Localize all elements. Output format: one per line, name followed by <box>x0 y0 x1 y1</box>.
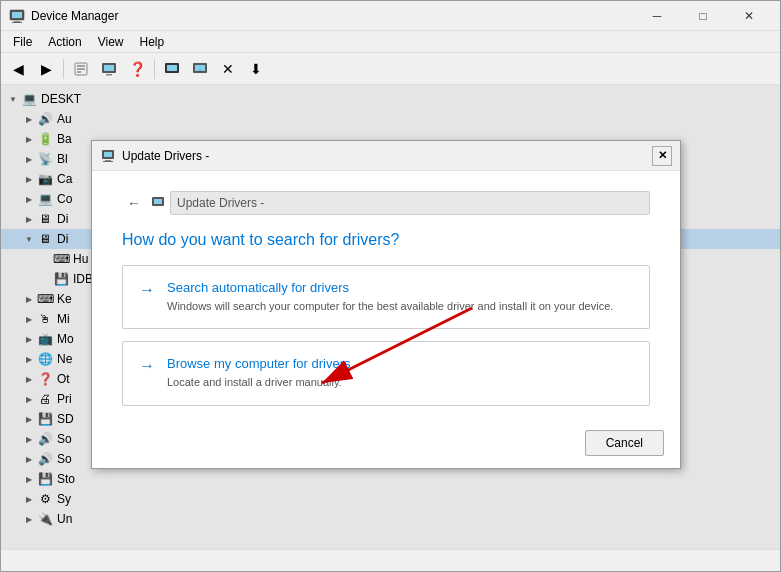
toolbar-separator-1 <box>63 59 64 79</box>
main-window: Device Manager ─ □ ✕ File Action View He… <box>0 0 781 572</box>
close-button[interactable]: ✕ <box>726 1 772 31</box>
menu-view[interactable]: View <box>90 33 132 51</box>
svg-rect-9 <box>104 65 114 71</box>
svg-rect-10 <box>106 74 112 76</box>
update-drivers-dialog: Update Drivers - ✕ ← <box>91 140 681 469</box>
title-bar: Device Manager ─ □ ✕ <box>1 1 780 31</box>
option1-text-block: Search automatically for drivers Windows… <box>167 280 633 314</box>
option2-text-block: Browse my computer for drivers Locate an… <box>167 356 633 390</box>
svg-rect-3 <box>12 22 22 23</box>
content-area: ▼ 💻 DESKT ▶ 🔊 Au ▶ 🔋 Ba ▶ 📡 Bl ▶ 📷 <box>1 85 780 549</box>
search-automatically-option[interactable]: → Search automatically for drivers Windo… <box>122 265 650 329</box>
dialog-device-label: Update Drivers - <box>170 191 650 215</box>
dialog-body: ← Update Drivers - How <box>92 171 680 418</box>
dialog-back-bar: ← Update Drivers - <box>122 191 650 215</box>
toolbar-separator-2 <box>154 59 155 79</box>
svg-rect-19 <box>103 161 113 162</box>
back-button[interactable]: ◀ <box>5 56 31 82</box>
scan-button[interactable]: + <box>187 56 213 82</box>
menu-bar: File Action View Help <box>1 31 780 53</box>
menu-action[interactable]: Action <box>40 33 89 51</box>
menu-help[interactable]: Help <box>132 33 173 51</box>
dialog-device-icon <box>150 195 166 211</box>
dialog-title-text: Update Drivers - <box>122 149 652 163</box>
app-icon <box>9 8 25 24</box>
option1-desc: Windows will search your computer for th… <box>167 299 633 314</box>
window-title: Device Manager <box>31 9 634 23</box>
svg-rect-21 <box>154 199 162 204</box>
option2-arrow-icon: → <box>139 357 155 375</box>
svg-rect-17 <box>104 152 112 157</box>
svg-text:+: + <box>198 67 202 73</box>
toolbar: ◀ ▶ ❓ <box>1 53 780 85</box>
menu-file[interactable]: File <box>5 33 40 51</box>
properties-button[interactable] <box>68 56 94 82</box>
option1-arrow-icon: → <box>139 281 155 299</box>
maximize-button[interactable]: □ <box>680 1 726 31</box>
svg-rect-1 <box>12 12 22 18</box>
help-button[interactable]: ❓ <box>124 56 150 82</box>
status-bar <box>1 549 780 571</box>
option2-title: Browse my computer for drivers <box>167 356 633 371</box>
dialog-footer: Cancel <box>92 418 680 468</box>
minimize-button[interactable]: ─ <box>634 1 680 31</box>
dialog-close-button[interactable]: ✕ <box>652 146 672 166</box>
dialog-back-button[interactable]: ← <box>122 191 146 215</box>
svg-rect-12 <box>167 65 177 71</box>
update-driver-button[interactable] <box>96 56 122 82</box>
dialog-overlay: Update Drivers - ✕ ← <box>1 85 780 549</box>
dialog-title-icon <box>100 148 116 164</box>
download-button[interactable]: ⬇ <box>243 56 269 82</box>
option2-desc: Locate and install a driver manually. <box>167 375 633 390</box>
cancel-button[interactable]: Cancel <box>585 430 664 456</box>
dialog-question: How do you want to search for drivers? <box>122 231 650 249</box>
browse-computer-option[interactable]: → Browse my computer for drivers Locate … <box>122 341 650 405</box>
remove-button[interactable]: ✕ <box>215 56 241 82</box>
monitor-button[interactable] <box>159 56 185 82</box>
dialog-title-bar: Update Drivers - ✕ <box>92 141 680 171</box>
forward-button[interactable]: ▶ <box>33 56 59 82</box>
window-controls: ─ □ ✕ <box>634 1 772 31</box>
option1-title: Search automatically for drivers <box>167 280 633 295</box>
